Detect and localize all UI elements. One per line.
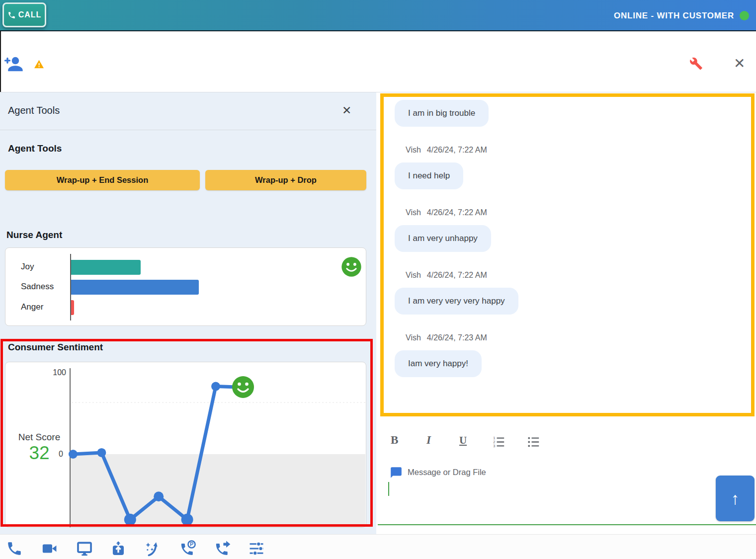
- format-underline-button[interactable]: U: [459, 434, 467, 447]
- agent-tools-header-title: Agent Tools: [8, 105, 60, 116]
- agent-tools-close-icon[interactable]: ✕: [342, 104, 351, 117]
- phone-icon: [7, 11, 16, 19]
- bar-joy: [71, 260, 141, 275]
- call-button-label: CALL: [18, 10, 42, 19]
- call-controls-toolbar: P: [0, 534, 756, 559]
- wrapup-drop-button[interactable]: Wrap-up + Drop: [205, 170, 366, 190]
- chat-message-list[interactable]: I am in big trouble Vish4/26/24, 7:22 AM…: [380, 93, 755, 416]
- warning-icon: [34, 59, 44, 69]
- chat-message-group: I am in big trouble: [395, 100, 746, 127]
- bar-anger: [71, 300, 74, 315]
- call-button[interactable]: CALL: [2, 2, 46, 27]
- agent-tools-panel: Agent Tools ✕ Agent Tools Wrap-up + End …: [0, 92, 376, 534]
- agent-tools-section-title: Agent Tools: [8, 143, 62, 154]
- phone-park-icon[interactable]: P: [179, 540, 196, 557]
- video-icon[interactable]: [41, 540, 58, 557]
- settings-sliders-icon[interactable]: [248, 540, 265, 557]
- message-input[interactable]: Message or Drag File: [408, 468, 486, 477]
- message-sender: Vish: [406, 208, 421, 217]
- happy-face-icon: [340, 256, 362, 278]
- ytick-100: 100: [40, 368, 66, 377]
- message-bubble: I need help: [395, 162, 463, 189]
- message-time: 4/26/24, 7:22 AM: [427, 208, 487, 217]
- chat-message-group: Vish4/26/24, 7:22 AM I need help: [395, 146, 746, 189]
- happy-face-icon: [232, 376, 254, 398]
- message-meta: Vish4/26/24, 7:22 AM: [406, 208, 746, 217]
- message-meta: Vish4/26/24, 7:22 AM: [406, 271, 746, 280]
- message-bubble: I am in big trouble: [395, 100, 489, 127]
- agent-tools-header: Agent Tools ✕: [0, 92, 376, 130]
- bar-label-anger: Anger: [21, 302, 68, 312]
- message-bubble: I am very very very happy: [395, 288, 518, 315]
- unordered-list-icon[interactable]: [527, 435, 540, 449]
- message-time: 4/26/24, 7:22 AM: [427, 271, 487, 279]
- nurse-agent-chart-card: Joy Sadness Anger: [5, 247, 366, 326]
- format-bold-button[interactable]: B: [391, 434, 398, 447]
- message-meta: Vish4/26/24, 7:22 AM: [406, 146, 746, 155]
- top-status-bar: CALL ONLINE - WITH CUSTOMER: [0, 0, 756, 31]
- negative-region: [70, 454, 365, 528]
- message-bubble-icon: [390, 466, 403, 479]
- app-window: CALL ONLINE - WITH CUSTOMER Vish (link@s…: [0, 0, 756, 559]
- message-time: 4/26/24, 7:23 AM: [427, 333, 487, 342]
- screen-share-icon[interactable]: [76, 540, 93, 557]
- svg-text:P: P: [190, 541, 193, 547]
- chat-message-group: Vish4/26/24, 7:22 AM I am very unhappy: [395, 208, 746, 252]
- text-caret: [388, 482, 389, 496]
- net-score-value: 32: [10, 443, 68, 464]
- nurse-agent-title: Nurse Agent: [6, 230, 62, 240]
- message-meta: Vish4/26/24, 7:23 AM: [406, 333, 746, 342]
- wrench-icon[interactable]: [689, 57, 703, 71]
- phone-forward-icon[interactable]: [214, 540, 231, 557]
- smart-transfer-icon[interactable]: [145, 540, 162, 557]
- format-italic-button[interactable]: I: [426, 434, 431, 447]
- composer-underline: [378, 524, 756, 525]
- net-score-label: Net Score: [10, 432, 68, 443]
- chat-message-group: Vish4/26/24, 7:22 AM I am very very very…: [395, 271, 746, 315]
- message-bubble: Iam very happy!: [395, 350, 482, 377]
- message-sender: Vish: [406, 146, 421, 154]
- chat-message-group: Vish4/26/24, 7:23 AM Iam very happy!: [395, 333, 746, 377]
- status-online-dot: [740, 11, 749, 20]
- close-session-icon[interactable]: ✕: [734, 55, 745, 72]
- message-sender: Vish: [406, 333, 421, 342]
- session-status-text: ONLINE - WITH CUSTOMER: [614, 0, 734, 31]
- wrapup-end-session-button[interactable]: Wrap-up + End Session: [5, 170, 200, 190]
- consumer-sentiment-title: Consumer Sentiment: [8, 342, 103, 353]
- svg-text:3: 3: [493, 444, 495, 448]
- phone-icon[interactable]: [6, 540, 23, 557]
- bar-label-sadness: Sadness: [21, 282, 68, 292]
- participants-bar: Vish (link@secure.revation.com)—Online V…: [0, 32, 756, 92]
- send-button[interactable]: ↑: [716, 476, 755, 521]
- message-time: 4/26/24, 7:22 AM: [427, 146, 487, 154]
- bar-sadness: [71, 280, 199, 295]
- consumer-sentiment-chart-card: 100 0 Net Score 32: [5, 362, 366, 528]
- message-sender: Vish: [406, 271, 421, 279]
- add-person-icon[interactable]: [4, 54, 23, 74]
- message-bubble: I am very unhappy: [395, 225, 491, 252]
- upload-icon[interactable]: [110, 540, 127, 557]
- bar-label-joy: Joy: [21, 262, 68, 272]
- ordered-list-icon[interactable]: 1 2 3: [492, 435, 505, 449]
